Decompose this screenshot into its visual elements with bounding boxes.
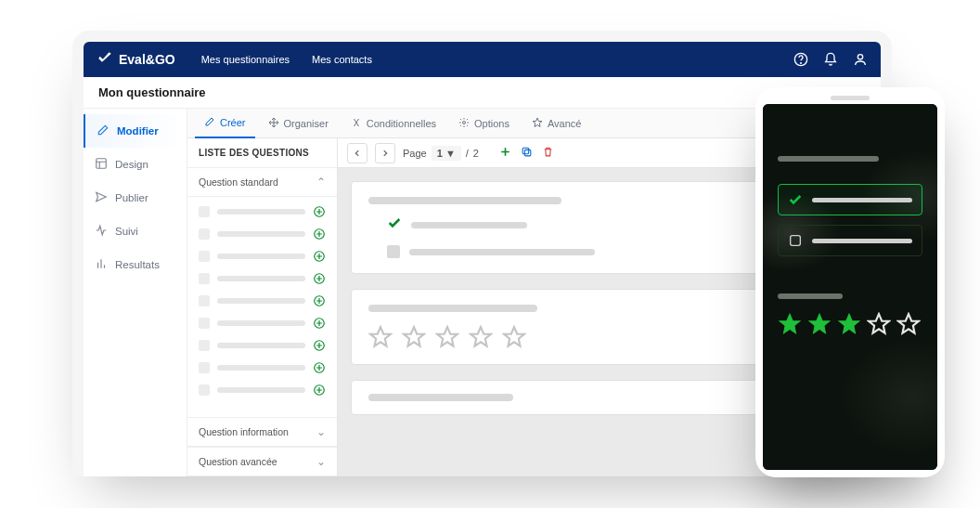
list-item[interactable] bbox=[187, 223, 337, 245]
user-icon[interactable] bbox=[853, 52, 868, 67]
delete-icon[interactable] bbox=[542, 146, 554, 160]
accordion-avancee[interactable]: Question avancée ⌄ bbox=[187, 447, 337, 476]
star-icon[interactable] bbox=[896, 312, 921, 336]
phone-notch bbox=[831, 96, 870, 100]
add-page-icon[interactable] bbox=[499, 146, 511, 160]
layout-icon bbox=[95, 157, 108, 172]
check-icon bbox=[788, 192, 803, 207]
page-indicator: Page 1 ▼ / 2 bbox=[403, 146, 479, 161]
sidebar-item-publier[interactable]: Publier bbox=[84, 181, 187, 215]
sidebar-item-label: Publier bbox=[115, 192, 148, 203]
sidebar-item-suivi[interactable]: Suivi bbox=[84, 215, 187, 248]
checkbox-icon bbox=[387, 245, 400, 258]
option-selected[interactable] bbox=[778, 184, 922, 215]
list-item[interactable] bbox=[187, 312, 337, 334]
check-icon bbox=[97, 50, 113, 70]
add-icon[interactable] bbox=[313, 250, 326, 263]
bell-icon[interactable] bbox=[823, 52, 838, 67]
tab-label: Options bbox=[474, 118, 509, 129]
edit-icon bbox=[97, 124, 110, 138]
phone-screen bbox=[763, 104, 937, 470]
list-item[interactable] bbox=[187, 334, 337, 357]
copy-icon[interactable] bbox=[521, 146, 533, 160]
tab-creer[interactable]: Créer bbox=[195, 109, 255, 138]
tab-conditionnelles[interactable]: Conditionnelles bbox=[342, 109, 445, 138]
star-rating[interactable] bbox=[778, 312, 922, 336]
star-icon[interactable] bbox=[402, 325, 426, 349]
star-icon[interactable] bbox=[807, 312, 832, 336]
checkbox-icon bbox=[788, 233, 803, 248]
chevron-up-icon: ⌃ bbox=[316, 176, 326, 189]
tab-organiser[interactable]: Organiser bbox=[259, 109, 338, 138]
list-item[interactable] bbox=[187, 290, 337, 312]
accordion-label: Question standard bbox=[199, 176, 278, 188]
tab-label: Conditionnelles bbox=[367, 118, 436, 129]
nav-link-contacts[interactable]: Mes contacts bbox=[312, 54, 372, 65]
sidebar-item-label: Design bbox=[115, 159, 148, 170]
list-item[interactable] bbox=[187, 201, 337, 223]
accordion-label: Question information bbox=[199, 426, 289, 437]
add-icon[interactable] bbox=[313, 205, 326, 218]
star-icon[interactable] bbox=[837, 312, 861, 336]
sidebar-item-design[interactable]: Design bbox=[84, 148, 187, 181]
add-icon[interactable] bbox=[313, 384, 326, 397]
chevron-down-icon: ⌄ bbox=[316, 455, 326, 468]
help-icon[interactable] bbox=[793, 52, 808, 67]
check-icon bbox=[387, 215, 402, 234]
add-icon[interactable] bbox=[313, 339, 326, 352]
tab-options[interactable]: Options bbox=[449, 109, 519, 138]
question-panel: LISTE DES QUESTIONS Question standard ⌃ bbox=[187, 138, 338, 476]
svg-rect-15 bbox=[522, 148, 529, 154]
brand-logo[interactable]: Eval&GO bbox=[97, 50, 175, 70]
star-icon[interactable] bbox=[469, 325, 493, 349]
list-item[interactable] bbox=[187, 267, 337, 290]
accordion-label: Question avancée bbox=[199, 456, 277, 467]
chevron-down-icon: ⌄ bbox=[316, 425, 326, 438]
page-total: 2 bbox=[473, 148, 479, 159]
gear-icon bbox=[458, 117, 470, 130]
svg-rect-14 bbox=[524, 150, 531, 156]
sidebar-item-resultats[interactable]: Resultats bbox=[84, 248, 187, 281]
phone-preview-frame bbox=[755, 87, 945, 477]
star-icon[interactable] bbox=[368, 325, 393, 349]
prev-page-button[interactable] bbox=[347, 143, 368, 163]
star-icon[interactable] bbox=[435, 325, 459, 349]
page-current[interactable]: 1 ▼ bbox=[432, 146, 461, 161]
sidebar-item-label: Resultats bbox=[115, 259, 160, 270]
svg-rect-3 bbox=[97, 159, 107, 169]
page-title: Mon questionnaire bbox=[98, 85, 206, 99]
pencil-icon bbox=[204, 116, 215, 129]
tab-label: Organiser bbox=[284, 118, 329, 129]
top-navbar: Eval&GO Mes questionnaires Mes contacts bbox=[84, 42, 881, 77]
add-icon[interactable] bbox=[313, 228, 326, 241]
question-type-list bbox=[187, 197, 337, 417]
star-icon[interactable] bbox=[778, 312, 802, 336]
sidebar-item-modifier[interactable]: Modifier bbox=[84, 114, 187, 148]
accordion-information[interactable]: Question information ⌄ bbox=[187, 417, 337, 447]
add-icon[interactable] bbox=[313, 272, 326, 285]
next-page-button[interactable] bbox=[375, 143, 395, 163]
sidebar-item-label: Suivi bbox=[115, 226, 138, 237]
question-panel-title: LISTE DES QUESTIONS bbox=[187, 138, 337, 167]
star-icon bbox=[532, 117, 543, 130]
nav-links: Mes questionnaires Mes contacts bbox=[201, 54, 372, 65]
brand-name: Eval&GO bbox=[119, 52, 175, 67]
tab-avance[interactable]: Avancé bbox=[522, 109, 591, 138]
star-icon[interactable] bbox=[867, 312, 891, 336]
send-icon bbox=[95, 190, 108, 205]
list-item[interactable] bbox=[187, 245, 337, 267]
accordion-standard[interactable]: Question standard ⌃ bbox=[187, 167, 337, 197]
add-icon[interactable] bbox=[313, 361, 326, 374]
nav-link-questionnaires[interactable]: Mes questionnaires bbox=[201, 54, 290, 65]
activity-icon bbox=[95, 224, 108, 239]
tab-label: Créer bbox=[220, 117, 246, 128]
add-icon[interactable] bbox=[313, 294, 326, 307]
add-icon[interactable] bbox=[313, 317, 326, 330]
star-icon[interactable] bbox=[502, 325, 526, 349]
option-unselected[interactable] bbox=[778, 225, 922, 256]
list-item[interactable] bbox=[187, 357, 337, 379]
svg-point-2 bbox=[858, 55, 862, 59]
tab-label: Avancé bbox=[548, 118, 582, 129]
svg-point-1 bbox=[801, 63, 802, 64]
list-item[interactable] bbox=[187, 379, 337, 401]
